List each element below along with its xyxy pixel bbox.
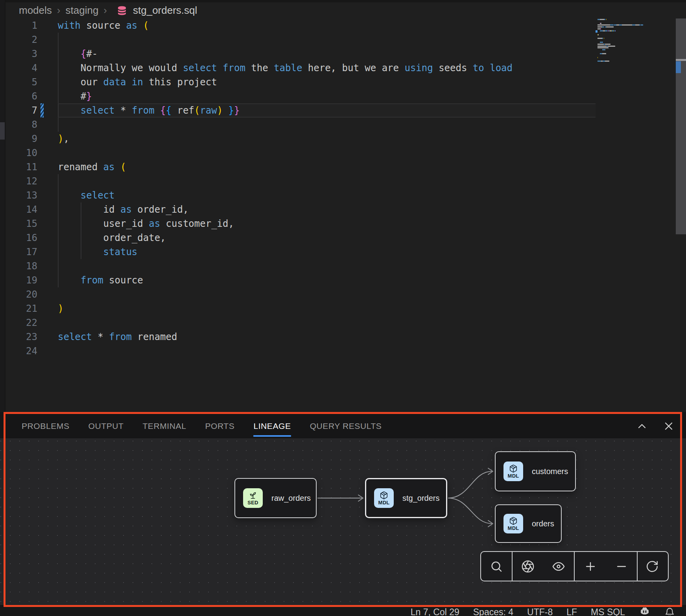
status-bar: Ln 7, Col 29Spaces: 4UTF-8LFMS SQL — [0, 607, 686, 616]
minimap-line — [597, 19, 607, 20]
lineage-node-orders[interactable]: MDLorders — [495, 504, 562, 543]
lineage-toolbar-group — [512, 552, 574, 581]
minimap-line — [597, 34, 599, 35]
language-mode[interactable]: MS SQL — [591, 607, 625, 616]
sidebar-scrollbar-thumb[interactable] — [0, 122, 5, 140]
line-number: 4 — [14, 61, 37, 75]
lineage-edge-stg_orders-to-customers — [448, 468, 493, 498]
panel-tab-lineage[interactable]: LINEAGE — [253, 414, 291, 438]
badge-label: SED — [247, 500, 258, 505]
line-number: 8 — [14, 118, 37, 132]
window-top-edge — [0, 0, 686, 2]
minimap-line — [597, 30, 616, 31]
code-line-13: select — [58, 188, 115, 202]
vscode-window: models›staging›stg_orders.sql 1234567891… — [0, 0, 686, 616]
encoding[interactable]: UTF-8 — [527, 607, 553, 616]
minus-icon — [615, 560, 628, 573]
seedling-icon — [249, 491, 257, 500]
line-number: 17 — [14, 245, 37, 259]
breadcrumb-file[interactable]: stg_orders.sql — [133, 4, 197, 17]
line-number: 21 — [14, 302, 37, 316]
node-label: orders — [532, 519, 554, 528]
lineage-canvas[interactable]: SEDraw_ordersMDLstg_ordersMDLcustomersMD… — [0, 438, 686, 605]
line-number: 9 — [14, 132, 37, 146]
panel-tab-problems[interactable]: PROBLEMS — [22, 414, 70, 438]
badge-label: MDL — [508, 526, 519, 531]
lineage-refresh-button[interactable] — [640, 552, 665, 581]
overview-ruler-cursor-marker — [676, 59, 686, 61]
minimap-line — [597, 28, 601, 29]
lineage-edge-stg_orders-to-orders — [448, 498, 493, 527]
model-badge: MDL — [503, 462, 523, 481]
overview-ruler-modified-marker — [676, 61, 681, 73]
close-panel-button[interactable] — [661, 418, 677, 434]
maximize-panel-button[interactable] — [634, 418, 650, 434]
eol[interactable]: LF — [566, 607, 577, 616]
code-line-1: with source as ( — [58, 18, 149, 33]
copilot-icon — [639, 606, 651, 616]
line-number: 24 — [14, 344, 37, 358]
minimap-line — [597, 44, 610, 45]
panel-tab-query-results[interactable]: QUERY RESULTS — [310, 414, 382, 438]
lineage-zoom-out-button[interactable] — [609, 552, 634, 581]
refresh-icon — [645, 560, 659, 573]
lineage-zoom-in-button[interactable] — [578, 552, 603, 581]
database-icon — [116, 5, 128, 17]
model-badge: MDL — [503, 514, 523, 533]
lineage-toolbar-group — [481, 552, 512, 581]
line-number: 3 — [14, 47, 37, 61]
minimap-line — [597, 53, 606, 54]
indentation[interactable]: Spaces: 4 — [473, 607, 513, 616]
model-badge: MDL — [374, 488, 394, 508]
minimap-line — [597, 23, 601, 24]
badge-label: MDL — [508, 473, 519, 478]
bottom-panel: PROBLEMSOUTPUTTERMINALPORTSLINEAGEQUERY … — [0, 412, 686, 607]
line-number: 11 — [14, 160, 37, 174]
lineage-edge-raw_orders-to-stg_orders — [317, 495, 363, 501]
lineage-node-stg_orders[interactable]: MDLstg_orders — [365, 478, 447, 518]
code-line-5: our data in this project — [58, 75, 217, 89]
copilot-status[interactable] — [639, 606, 651, 616]
panel-tab-output[interactable]: OUTPUT — [89, 414, 124, 438]
close-icon — [662, 420, 675, 432]
code-line-17: status — [58, 245, 137, 259]
aperture-icon — [521, 560, 535, 573]
minimap-modified-marker — [596, 30, 597, 33]
eye-icon — [552, 560, 565, 573]
line-number: 20 — [14, 287, 37, 302]
lineage-visibility-button[interactable] — [546, 552, 571, 581]
minimap-line — [597, 38, 604, 39]
modified-line-gutter-marker — [41, 103, 44, 118]
lineage-node-customers[interactable]: MDLcustomers — [495, 451, 576, 491]
sidebar-sliver — [0, 0, 5, 412]
editor-scrollbar[interactable] — [676, 18, 686, 234]
cube-icon — [509, 464, 518, 473]
sidebar-border — [5, 0, 6, 412]
panel-tab-terminal[interactable]: TERMINAL — [142, 414, 186, 438]
panel-actions — [634, 414, 677, 438]
minimap-line — [597, 61, 609, 62]
code-line-3: {#- — [58, 47, 98, 61]
breadcrumb[interactable]: models›staging›stg_orders.sql — [19, 3, 197, 17]
cursor-position[interactable]: Ln 7, Col 29 — [411, 607, 459, 616]
seed-badge: SED — [243, 488, 263, 508]
search-icon — [490, 560, 503, 573]
panel-tab-ports[interactable]: PORTS — [205, 414, 234, 438]
lineage-search-button[interactable] — [484, 552, 509, 581]
line-number: 2 — [14, 33, 37, 47]
line-number: 23 — [14, 330, 37, 344]
lineage-toolbar-group — [637, 552, 666, 581]
breadcrumb-separator: › — [103, 4, 107, 17]
code-line-23: select * from renamed — [58, 330, 177, 344]
minimap-line — [597, 42, 603, 43]
code-line-19: from source — [58, 273, 143, 287]
breadcrumb-folder[interactable]: models — [19, 4, 52, 17]
lineage-node-raw_orders[interactable]: SEDraw_orders — [234, 478, 317, 518]
line-number: 16 — [14, 231, 37, 245]
panel-tab-bar: PROBLEMSOUTPUTTERMINALPORTSLINEAGEQUERY … — [22, 414, 382, 438]
notifications-bell[interactable] — [664, 607, 675, 616]
lineage-toolbar-group — [574, 552, 637, 581]
breadcrumb-folder[interactable]: staging — [66, 4, 99, 17]
code-line-14: id as order_id, — [58, 202, 188, 217]
lineage-snapshot-button[interactable] — [515, 552, 540, 581]
